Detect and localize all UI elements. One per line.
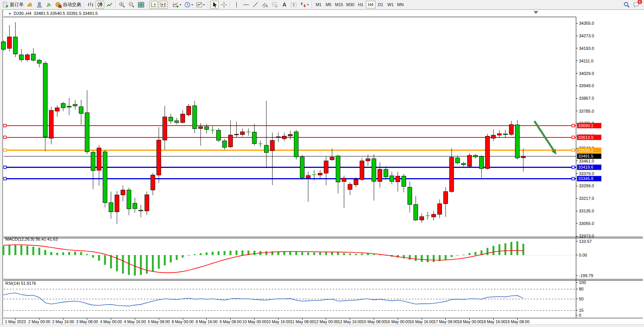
chart-canvas[interactable]: 34355.034273.034193.034111.034029.033949…	[0, 0, 644, 327]
news-signal-button[interactable]	[45, 1, 53, 9]
candle-body	[456, 158, 460, 163]
pivot-line-handle[interactable]	[572, 149, 575, 152]
equidistant-channel-button[interactable]: E	[261, 1, 269, 9]
alerts-button[interactable]	[26, 1, 34, 9]
templates-button[interactable]: ▾	[195, 1, 206, 9]
main-toolbar: 新订单自动交易▾▾▾EFAT▾M1M5M15M30H1H4D1W1MN1	[0, 0, 644, 10]
macd-tick-label: 133.57	[579, 239, 592, 244]
candle-body	[461, 163, 465, 164]
new-order-button[interactable]: 新订单	[1, 1, 25, 9]
chart-shift-marker-icon[interactable]	[534, 11, 538, 14]
text-label-button[interactable]: T	[289, 1, 298, 9]
candlestick-chart-icon	[97, 2, 103, 8]
tf-mn[interactable]: MN	[395, 1, 405, 8]
auto-scroll-button[interactable]	[149, 1, 158, 9]
line-chart-button[interactable]	[105, 1, 114, 9]
macd-histogram-bar	[331, 252, 333, 255]
tf-h1[interactable]: H1	[356, 1, 366, 8]
support-line-2-handle[interactable]	[572, 177, 575, 180]
support-line-2-handle[interactable]	[4, 177, 6, 180]
candle-body	[432, 214, 436, 217]
text-button[interactable]: A	[280, 1, 289, 9]
macd-tick-label: 0.00	[579, 253, 587, 257]
candle-body	[139, 210, 143, 211]
resistance-line-2-handle[interactable]	[4, 136, 6, 139]
toolbar-separator	[230, 1, 231, 8]
zoom-out-button[interactable]	[127, 1, 136, 9]
macd-histogram-bar	[32, 247, 34, 255]
tf-m1[interactable]: M1	[314, 1, 324, 8]
trendline-button[interactable]	[251, 1, 260, 9]
resistance-line-1-handle[interactable]	[4, 124, 6, 127]
toolbar-separator	[115, 1, 116, 8]
support-line-1-handle[interactable]	[572, 166, 575, 169]
new-chart-button[interactable]: ▾	[171, 1, 182, 9]
macd-histogram-bar	[98, 255, 100, 261]
time-label: 2 May 16:00	[52, 319, 74, 324]
macd-histogram-bar	[499, 244, 501, 255]
candlestick-chart-button[interactable]	[96, 1, 104, 9]
candle-body	[521, 156, 525, 158]
bar-chart-button[interactable]	[86, 1, 95, 9]
macd-histogram-bar	[92, 255, 94, 258]
toolbar-grip[interactable]	[207, 1, 209, 8]
candle-body	[91, 152, 95, 171]
cursor-button[interactable]	[210, 1, 219, 9]
tf-d1[interactable]: D1	[376, 1, 386, 8]
periods-button[interactable]: ▾	[183, 1, 194, 9]
macd-histogram-bar	[188, 255, 190, 255]
dropdown-arrow-icon[interactable]: ▾	[191, 3, 193, 6]
search-icon	[623, 2, 630, 8]
cursor-icon	[211, 2, 218, 8]
candle-body	[127, 190, 131, 209]
candle-body	[193, 106, 197, 129]
candle-body	[509, 124, 513, 134]
line-chart-icon	[106, 2, 113, 8]
macd-histogram-bar	[319, 252, 321, 255]
candle-body	[402, 176, 406, 187]
tf-h4[interactable]: H4	[366, 1, 376, 8]
candle-body	[79, 107, 83, 113]
candle-body	[115, 195, 119, 212]
candle-body	[485, 136, 489, 169]
dropdown-arrow-icon[interactable]: ▾	[203, 3, 205, 6]
notifications-button[interactable]: 1	[632, 1, 641, 9]
arrows-button[interactable]: ▾	[299, 1, 310, 9]
candle-body	[67, 106, 71, 107]
candle-body	[330, 157, 334, 160]
support-line-1-handle[interactable]	[4, 166, 6, 169]
pivot-line-handle[interactable]	[4, 149, 6, 152]
horizontal-line-button[interactable]	[242, 1, 250, 9]
candle-body	[169, 117, 173, 121]
chart-shift-button[interactable]	[159, 1, 167, 9]
macd-histogram-bar	[116, 255, 118, 271]
dropdown-arrow-icon[interactable]: ▾	[180, 3, 181, 6]
profile-button[interactable]	[35, 1, 44, 9]
vertical-line-button[interactable]	[232, 1, 241, 9]
text-label-icon: T	[290, 2, 297, 8]
svg-text:E: E	[266, 5, 268, 8]
tf-m15[interactable]: M15	[333, 1, 344, 8]
candle-body	[324, 161, 328, 173]
macd-histogram-bar	[516, 241, 518, 255]
tf-m5[interactable]: M5	[324, 1, 333, 8]
fibonacci-button[interactable]: F	[270, 1, 279, 9]
tile-windows-button[interactable]	[137, 1, 145, 9]
zoom-in-button[interactable]	[118, 1, 126, 9]
time-label: 18 May 16:00	[481, 319, 506, 324]
tf-m30[interactable]: M30	[344, 1, 355, 8]
resistance-line-2-handle[interactable]	[572, 136, 575, 139]
candle-body	[306, 175, 310, 178]
search-button[interactable]	[622, 1, 631, 9]
candle-body	[199, 127, 203, 129]
crosshair-button[interactable]	[220, 1, 228, 9]
resistance-line-1-handle[interactable]	[572, 124, 575, 127]
macd-histogram-bar	[409, 255, 411, 260]
price-tick-label: 34029.0	[579, 71, 594, 76]
autotrading-button[interactable]: 自动交易	[54, 1, 82, 9]
tf-w1[interactable]: W1	[386, 1, 395, 8]
price-tick-label: 33135.0	[579, 209, 594, 213]
candle-body	[372, 159, 376, 181]
dropdown-arrow-icon[interactable]: ▾	[307, 3, 309, 6]
toolbar-grip[interactable]	[311, 1, 313, 8]
